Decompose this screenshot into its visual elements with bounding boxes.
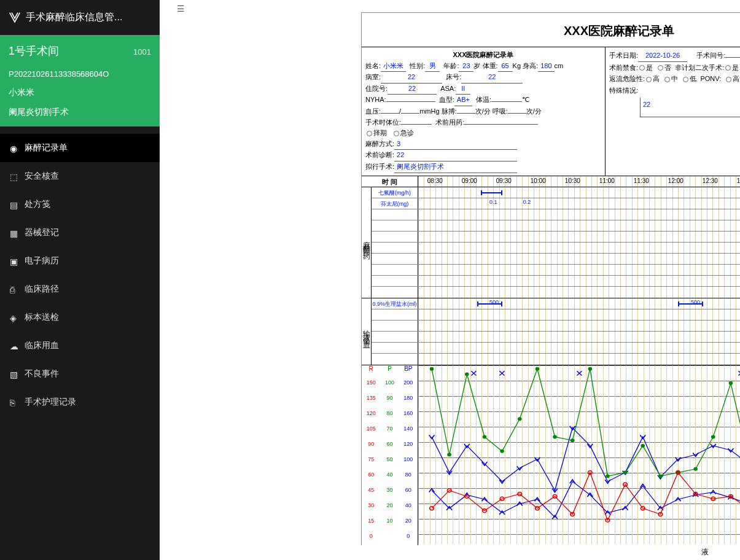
- svg-point-11: [623, 470, 628, 474]
- vital-axes: R P BP 150100200135901801208016010570140…: [362, 365, 418, 548]
- drug-row: [372, 332, 740, 343]
- svg-point-23: [430, 506, 434, 510]
- infusion-label: 输液输血: [362, 298, 372, 365]
- nav-menu: ◉麻醉记录单⬚安全核查▤处方笺▦器械登记▣电子病历⎙临床路径◈标本送检☁临床用血…: [0, 134, 160, 416]
- operation-name: 阑尾炎切割手术: [9, 107, 151, 118]
- elective-radio[interactable]: [367, 131, 372, 136]
- nav-icon: ◈: [10, 313, 18, 322]
- patient-info-panel: XXX医院麻醉记录单 姓名:小米米 性别:男 年龄:23岁 体重:65Kg 身高…: [362, 47, 606, 176]
- svg-point-7: [553, 435, 557, 438]
- drug-row: [372, 231, 740, 243]
- svg-point-3: [483, 435, 487, 438]
- drug-row: [372, 354, 740, 365]
- svg-point-8: [571, 438, 575, 442]
- vital-plot[interactable]: ✕✕✕✕✕✕: [418, 365, 740, 544]
- svg-text:✕: ✕: [575, 368, 584, 378]
- svg-point-17: [729, 381, 733, 385]
- logo-icon: [9, 12, 21, 24]
- svg-point-0: [430, 367, 434, 370]
- nav-item-6[interactable]: ◈标本送检: [0, 303, 160, 332]
- nav-icon: ▤: [10, 200, 18, 209]
- nav-item-0[interactable]: ◉麻醉记录单: [0, 134, 160, 162]
- nav-icon: ⎙: [10, 285, 18, 294]
- nav-item-3[interactable]: ▦器械登记: [0, 219, 160, 247]
- drug-row: [372, 243, 740, 254]
- emergency-radio[interactable]: [394, 131, 399, 136]
- svg-point-10: [606, 474, 610, 478]
- surgery-info-panel: 手术日期:2022-10-26 手术间号: 第1页/共30页 术前禁食:是 否 …: [606, 47, 740, 176]
- nav-icon: ☁: [10, 341, 18, 350]
- special-notes[interactable]: 22: [640, 98, 740, 117]
- nav-item-9[interactable]: ⎘手术护理记录: [0, 388, 160, 416]
- drug-row: 芬太尼(mg)0.10.20.3(mg): [372, 198, 740, 209]
- sidebar: 手术麻醉临床信息管... 1号手术间 1001 P202210261133385…: [0, 0, 160, 560]
- anesthesia-record-sheet: XXX医院麻醉记录单 XXX医院麻醉记录单 姓名:小米米 性别:男 年龄:23岁…: [361, 12, 740, 553]
- overflow-row: 液: [361, 545, 740, 560]
- nav-icon: ▦: [10, 228, 18, 237]
- drug-row: [372, 265, 740, 276]
- room-name: 1号手术间: [9, 44, 59, 58]
- time-scale: 08:3009:0009:3010:0010:3011:0011:3012:00…: [418, 176, 740, 187]
- patient-code: P20221026113338568604O: [9, 69, 151, 79]
- svg-text:✕: ✕: [498, 368, 507, 378]
- drug-row: [372, 343, 740, 354]
- svg-point-5: [518, 417, 522, 421]
- svg-point-4: [500, 449, 504, 453]
- patient-name: 小米米: [9, 87, 151, 98]
- drug-row: [372, 309, 740, 321]
- main-area: ☰ XXX医院麻醉记录单 XXX医院麻醉记录单 姓名:小米米 性别:男 年龄:2…: [160, 0, 740, 560]
- app-header: 手术麻醉临床信息管...: [0, 0, 160, 35]
- drug-row: [372, 287, 740, 298]
- sheet-main-title: XXX医院麻醉记录单: [362, 13, 740, 47]
- svg-text:✕: ✕: [470, 368, 478, 378]
- nav-item-4[interactable]: ▣电子病历: [0, 247, 160, 275]
- anes-drugs-label: 麻醉用药: [362, 187, 372, 298]
- nav-item-2[interactable]: ▤处方笺: [0, 190, 160, 219]
- time-axis-label: 时 间: [362, 176, 418, 187]
- nav-item-7[interactable]: ☁临床用血: [0, 332, 160, 360]
- room-card[interactable]: 1号手术间 1001 P20221026113338568604O 小米米 阑尾…: [0, 35, 160, 126]
- nav-icon: ⬚: [10, 172, 18, 181]
- svg-point-13: [658, 474, 663, 478]
- svg-text:✕: ✕: [737, 368, 740, 378]
- svg-point-16: [711, 435, 715, 438]
- svg-point-12: [641, 443, 645, 447]
- drug-row: [372, 209, 740, 220]
- collapse-sidebar-icon[interactable]: ☰: [177, 4, 185, 14]
- nav-item-5[interactable]: ⎙临床路径: [0, 275, 160, 303]
- sheet-sub-title: XXX医院麻醉记录单: [365, 50, 601, 61]
- svg-point-6: [536, 367, 540, 370]
- nav-item-8[interactable]: ▧不良事件: [0, 360, 160, 388]
- nav-icon: ▧: [10, 370, 18, 378]
- svg-point-9: [588, 367, 593, 370]
- drug-row: [372, 220, 740, 231]
- svg-point-2: [465, 372, 469, 376]
- drug-row: [372, 254, 740, 265]
- drug-row: [372, 276, 740, 287]
- chart-area: 时 间 08:3009:0009:3010:0010:3011:0011:301…: [362, 176, 740, 553]
- svg-point-1: [447, 453, 451, 456]
- svg-point-15: [693, 467, 698, 470]
- room-number: 1001: [133, 47, 151, 56]
- nav-icon: ◉: [10, 144, 18, 152]
- nav-item-1[interactable]: ⬚安全核查: [0, 162, 160, 190]
- app-title: 手术麻醉临床信息管...: [26, 11, 122, 24]
- drug-row: [372, 321, 740, 332]
- drug-row: 七氟醚(mg/h)15(mg/h): [372, 187, 740, 198]
- nav-icon: ▣: [10, 257, 18, 265]
- drug-row: 0.9%生理盐水(ml)5005001000(ml): [372, 298, 740, 309]
- nav-icon: ⎘: [10, 398, 18, 406]
